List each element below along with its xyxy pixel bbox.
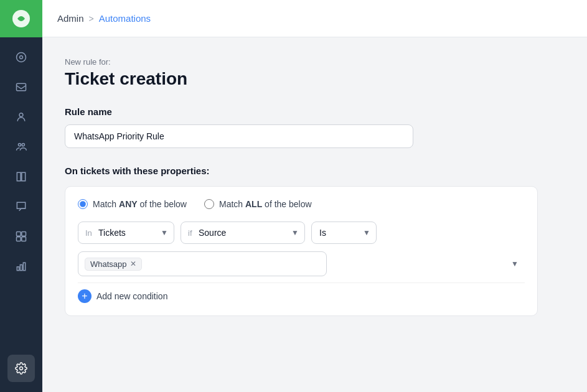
- match-any-option[interactable]: Match ANY of the below: [78, 199, 187, 209]
- value-tags-input[interactable]: Whatsapp ✕: [78, 251, 327, 276]
- sidebar: [0, 0, 42, 392]
- tickets-select[interactable]: Tickets: [78, 222, 174, 244]
- svg-point-5: [18, 144, 21, 146]
- value-select-wrap: Whatsapp ✕ ▼: [78, 251, 525, 276]
- topbar: Admin > Automations: [42, 0, 587, 37]
- svg-point-14: [20, 367, 23, 370]
- condition-row: In Tickets ▼ if Source ▼: [78, 222, 525, 244]
- source-select-wrap: if Source ▼: [181, 222, 305, 244]
- match-options: Match ANY of the below Match ALL of the …: [78, 199, 525, 209]
- match-all-radio[interactable]: [204, 199, 214, 209]
- page-title: Ticket creation: [65, 69, 565, 89]
- content-area: New rule for: Ticket creation Rule name …: [42, 37, 587, 392]
- sidebar-logo: [0, 0, 42, 37]
- value-chevron-icon: ▼: [511, 259, 519, 268]
- tickets-select-wrap: In Tickets ▼: [78, 222, 174, 244]
- match-any-radio[interactable]: [78, 199, 88, 209]
- sidebar-item-team[interactable]: [7, 133, 35, 161]
- is-select[interactable]: Is: [311, 222, 377, 244]
- sidebar-item-conversations[interactable]: [7, 193, 35, 220]
- sidebar-item-inbox[interactable]: [7, 73, 35, 101]
- match-all-option[interactable]: Match ALL of the below: [204, 199, 312, 209]
- add-condition-label: Add new condition: [96, 291, 167, 301]
- sidebar-item-integrations[interactable]: [7, 223, 35, 250]
- sidebar-item-contacts[interactable]: [7, 103, 35, 131]
- is-select-wrap: Is ▼: [311, 222, 377, 244]
- whatsapp-tag: Whatsapp ✕: [85, 258, 142, 271]
- sidebar-item-settings[interactable]: [7, 355, 35, 382]
- add-condition-button[interactable]: + Add new condition: [78, 282, 525, 306]
- add-condition-icon: +: [78, 289, 92, 303]
- main-area: Admin > Automations New rule for: Ticket…: [42, 0, 587, 392]
- svg-rect-10: [22, 237, 26, 241]
- rule-name-input[interactable]: [65, 124, 413, 148]
- value-row: Whatsapp ✕ ▼: [78, 251, 525, 276]
- sidebar-item-charts[interactable]: [7, 253, 35, 280]
- svg-rect-11: [17, 267, 19, 271]
- sidebar-item-dashboard[interactable]: [7, 44, 35, 71]
- svg-point-1: [17, 53, 26, 62]
- svg-rect-9: [17, 237, 21, 241]
- tag-remove-button[interactable]: ✕: [130, 260, 136, 268]
- svg-point-4: [19, 113, 23, 117]
- svg-rect-7: [17, 232, 21, 236]
- sidebar-nav: [0, 37, 42, 355]
- rule-name-label: Rule name: [65, 106, 565, 117]
- svg-point-6: [22, 144, 24, 146]
- svg-point-2: [20, 56, 23, 59]
- sidebar-item-reports[interactable]: [7, 163, 35, 190]
- breadcrumb: Admin > Automations: [57, 13, 151, 24]
- breadcrumb-admin: Admin: [57, 13, 84, 24]
- sidebar-bottom: [7, 355, 35, 392]
- tag-label: Whatsapp: [90, 259, 127, 269]
- match-all-label: Match ALL of the below: [219, 199, 312, 209]
- svg-rect-3: [17, 83, 26, 91]
- source-select[interactable]: Source: [181, 222, 305, 244]
- match-any-label: Match ANY of the below: [93, 199, 187, 209]
- properties-label: On tickets with these properties:: [65, 166, 565, 176]
- svg-rect-13: [23, 263, 25, 271]
- breadcrumb-separator: >: [89, 14, 94, 24]
- breadcrumb-automations[interactable]: Automations: [99, 13, 151, 24]
- svg-rect-8: [22, 232, 26, 236]
- condition-card: Match ANY of the below Match ALL of the …: [65, 186, 538, 316]
- svg-rect-12: [20, 265, 22, 271]
- page-subtitle: New rule for:: [65, 57, 565, 67]
